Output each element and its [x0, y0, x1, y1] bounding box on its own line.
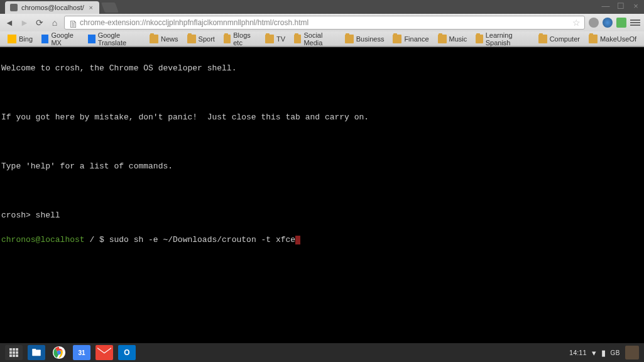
bookmark-folder-learning-spanish[interactable]: Learning Spanish — [472, 30, 533, 48]
gmail-app-icon[interactable] — [96, 345, 113, 360]
minimize-button[interactable]: — — [601, 1, 610, 11]
files-app-icon[interactable] — [28, 345, 45, 360]
svg-rect-0 — [32, 350, 41, 356]
bookmark-label: Blogs etc — [233, 31, 256, 47]
svg-rect-1 — [32, 349, 36, 350]
wifi-icon: ▾ — [592, 348, 596, 358]
tab-title: chromos@localhost/ — [21, 4, 84, 11]
bookmark-folder-computer[interactable]: Computer — [535, 33, 584, 45]
calendar-day: 31 — [78, 349, 85, 356]
folder-icon — [150, 35, 158, 43]
bookmark-label: News — [161, 35, 178, 43]
home-button[interactable]: ⌂ — [49, 17, 60, 28]
extension-icon-2[interactable] — [603, 18, 613, 28]
browser-menu-icon[interactable] — [630, 19, 640, 26]
terminal-blank — [1, 87, 643, 99]
bookmark-google-translate[interactable]: Google Translate — [84, 30, 145, 48]
tray-clock: 14:11 — [569, 349, 587, 356]
extension-icon-3[interactable] — [616, 18, 626, 28]
taskbar: 31 O 14:11 ▾ ▮ GB — [0, 343, 644, 362]
bookmark-label: Social Media — [303, 31, 336, 47]
bookmark-folder-business[interactable]: Business — [341, 33, 388, 45]
bookmark-folder-blogs[interactable]: Blogs etc — [220, 30, 260, 48]
bookmark-folder-tv[interactable]: TV — [261, 33, 289, 45]
terminal-line: Welcome to crosh, the Chrome OS develope… — [1, 62, 643, 75]
bookmark-google-mx[interactable]: Google MX — [38, 30, 83, 48]
folder-icon — [345, 35, 354, 43]
close-window-button[interactable]: × — [631, 1, 640, 11]
url-text: chrome-extension://nkoccljplnhpfnflajclk… — [80, 18, 308, 27]
bing-icon — [8, 35, 16, 43]
bookmark-folder-news[interactable]: News — [146, 33, 182, 45]
shell-path-prompt: / $ — [85, 235, 109, 244]
bookmark-label: Google MX — [51, 31, 79, 47]
close-tab-icon[interactable]: × — [88, 4, 94, 11]
forward-button[interactable]: ► — [19, 17, 30, 28]
bookmark-folder-music[interactable]: Music — [434, 33, 471, 45]
outlook-app-icon[interactable]: O — [118, 345, 136, 360]
bookmark-label: Learning Spanish — [486, 31, 530, 47]
crosh-prompt: crosh> — [1, 211, 31, 220]
url-input[interactable]: 🗎 chrome-extension://nkoccljplnhpfnflajc… — [64, 16, 585, 30]
battery-icon: ▮ — [601, 348, 606, 358]
back-button[interactable]: ◄ — [4, 17, 15, 28]
outlook-label: O — [124, 348, 129, 357]
folder-icon — [538, 35, 547, 43]
google-mx-icon — [41, 35, 48, 43]
window-controls: — ☐ × — [601, 1, 640, 11]
bookmark-folder-makeuseof[interactable]: MakeUseOf — [585, 33, 640, 45]
bookmark-star-icon[interactable]: ☆ — [572, 18, 581, 28]
folder-icon — [294, 35, 301, 43]
page-icon: 🗎 — [68, 19, 76, 26]
bookmark-folder-social[interactable]: Social Media — [290, 30, 340, 48]
apps-launcher-icon[interactable] — [5, 345, 23, 360]
bookmark-label: Computer — [550, 35, 580, 43]
bookmark-folder-sport[interactable]: Sport — [183, 33, 219, 45]
calendar-app-icon[interactable]: 31 — [73, 345, 90, 360]
crosh-command: shell — [31, 211, 60, 220]
terminal-blank — [1, 185, 643, 197]
bookmark-bing[interactable]: Bing — [4, 33, 36, 45]
shell-user-host: chronos@localhost — [1, 235, 85, 244]
tab-favicon — [10, 4, 18, 11]
folder-icon — [187, 35, 196, 43]
keyboard-lang: GB — [611, 349, 620, 356]
shell-command: sudo sh -e ~/Downloads/crouton -t xfce — [109, 235, 295, 244]
bookmark-label: Finance — [404, 35, 428, 43]
chrome-app-icon[interactable] — [50, 345, 68, 360]
new-tab-button[interactable] — [101, 3, 119, 13]
bookmark-label: Music — [449, 35, 467, 43]
terminal-prompt-line: chronos@localhost / $ sudo sh -e ~/Downl… — [1, 234, 643, 246]
folder-icon — [438, 35, 447, 43]
bookmark-label: Business — [356, 35, 385, 43]
terminal-prompt-line: crosh> shell — [1, 209, 643, 222]
bookmark-label: MakeUseOf — [600, 35, 636, 43]
folder-icon — [393, 35, 401, 43]
terminal-line: Type 'help' for a list of commands. — [1, 160, 643, 173]
bookmark-label: TV — [276, 35, 285, 43]
terminal-blank — [1, 136, 643, 148]
tab-bar: chromos@localhost/ × — ☐ × — [0, 0, 644, 14]
bookmark-label: Sport — [199, 35, 215, 43]
google-translate-icon — [88, 35, 95, 43]
folder-icon — [224, 35, 231, 43]
extension-icon-1[interactable] — [589, 18, 599, 28]
user-avatar[interactable] — [625, 346, 639, 359]
terminal-line: If you got here by mistake, don't panic!… — [1, 111, 643, 124]
folder-icon — [589, 35, 598, 43]
bookmark-label: Google Translate — [98, 31, 141, 47]
browser-tab-active[interactable]: chromos@localhost/ × — [5, 1, 99, 14]
bookmarks-bar: Bing Google MX Google Translate News Spo… — [0, 31, 644, 47]
maximize-button[interactable]: ☐ — [616, 1, 625, 11]
bookmark-folder-finance[interactable]: Finance — [389, 33, 432, 45]
bookmark-label: Bing — [19, 35, 33, 43]
folder-icon — [476, 35, 483, 43]
terminal-cursor — [295, 236, 300, 244]
reload-button[interactable]: ⟳ — [34, 17, 45, 28]
address-bar: ◄ ► ⟳ ⌂ 🗎 chrome-extension://nkoccljplnh… — [0, 14, 644, 31]
system-tray[interactable]: 14:11 ▾ ▮ GB — [569, 346, 641, 359]
folder-icon — [265, 35, 274, 43]
terminal-output[interactable]: Welcome to crosh, the Chrome OS develope… — [0, 47, 644, 344]
